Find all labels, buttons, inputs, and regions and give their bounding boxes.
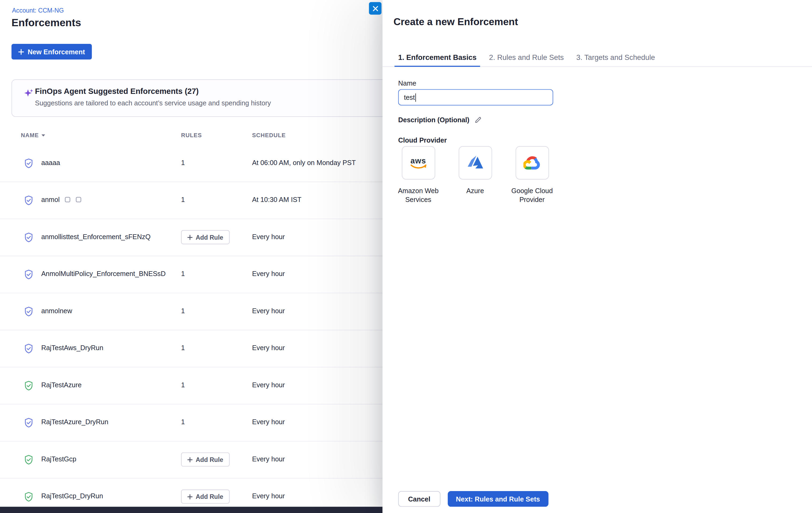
schedule-text: At 06:00 AM, only on Monday PST xyxy=(252,159,356,166)
schedule-text: Every hour xyxy=(252,233,285,240)
plus-icon xyxy=(187,457,193,462)
shield-check-icon xyxy=(23,269,34,280)
rules-count: 1 xyxy=(181,196,185,203)
drawer-tab-3[interactable]: 3. Targets and Schedule xyxy=(573,48,659,66)
cloud-provider-option-gcp[interactable]: Google Cloud Provider xyxy=(503,146,560,204)
row-name-cell: anmolnew xyxy=(41,307,72,315)
plus-icon xyxy=(187,494,193,500)
enforcement-name: RajTestAzure xyxy=(41,381,82,389)
name-input[interactable]: test xyxy=(398,89,553,105)
row-name-cell: anmol xyxy=(41,196,82,203)
row-name-cell: RajTestGcp xyxy=(41,455,76,463)
sort-arrow-icon xyxy=(41,134,46,136)
shield-check-icon xyxy=(23,343,34,354)
new-enforcement-label: New Enforcement xyxy=(28,48,85,56)
pencil-icon xyxy=(474,116,482,123)
suggestions-card-title: FinOps Agent Suggested Enforcements (27) xyxy=(35,87,199,95)
name-input-value: test xyxy=(404,93,415,101)
aws-logo-icon: aws xyxy=(410,156,427,169)
enforcement-name: RajTestGcp xyxy=(41,455,76,463)
drawer-tab-1[interactable]: 1. Enforcement Basics xyxy=(395,48,480,66)
drawer-tab-2[interactable]: 2. Rules and Rule Sets xyxy=(486,48,568,66)
app-canvas: Account: CCM-NG Enforcements New Enforce… xyxy=(0,0,812,513)
provider-card[interactable] xyxy=(458,146,492,179)
drawer-footer: Cancel Next: Rules and Rule Sets xyxy=(398,491,548,507)
schedule-text: Every hour xyxy=(252,418,285,426)
add-rule-button[interactable]: Add Rule xyxy=(181,489,230,504)
schedule-text: Every hour xyxy=(252,270,285,278)
enforcement-name: RajTestAzure_DryRun xyxy=(41,418,108,426)
row-name-cell: AnmolMultiPolicy_Enforcement_BNESsD xyxy=(41,270,166,278)
row-name-cell: RajTestAws_DryRun xyxy=(41,344,103,352)
add-rule-button[interactable]: Add Rule xyxy=(181,230,230,244)
schedule-text: Every hour xyxy=(252,381,285,389)
enforcement-name: anmolnew xyxy=(41,307,72,315)
plus-icon xyxy=(18,49,24,54)
provider-card[interactable] xyxy=(515,146,549,179)
rules-count: 1 xyxy=(181,418,185,426)
aws-logo-text: aws xyxy=(410,156,426,164)
shield-check-icon xyxy=(23,232,34,243)
bottom-dark-strip xyxy=(0,507,382,513)
new-enforcement-button[interactable]: New Enforcement xyxy=(11,44,92,60)
rules-count: 1 xyxy=(181,159,185,166)
add-rule-label: Add Rule xyxy=(196,493,223,500)
schedule-text: Every hour xyxy=(252,455,285,463)
cancel-button[interactable]: Cancel xyxy=(398,491,440,507)
column-header-schedule[interactable]: SCHEDULE xyxy=(252,132,286,138)
page-title: Enforcements xyxy=(11,17,81,29)
next-button[interactable]: Next: Rules and Rule Sets xyxy=(447,491,548,507)
provider-label: Google Cloud Provider xyxy=(506,187,558,205)
edit-description-button[interactable] xyxy=(474,116,482,123)
shield-check-icon xyxy=(23,158,34,169)
azure-logo-icon xyxy=(466,155,484,170)
rules-count: 1 xyxy=(181,344,185,352)
row-name-cell: RajTestAzure xyxy=(41,381,82,389)
cloud-provider-option-azure[interactable]: Azure xyxy=(447,146,503,204)
rules-count: 1 xyxy=(181,270,185,278)
enforcement-name: aaaaa xyxy=(41,159,60,166)
create-enforcement-drawer: Create a new Enforcement 1. Enforcement … xyxy=(382,0,812,513)
close-drawer-button[interactable] xyxy=(369,2,381,15)
table-header: NAME RULES SCHEDULE xyxy=(0,128,382,144)
enforcement-name: anmollisttest_Enforcement_sFENzQ xyxy=(41,233,151,240)
shield-check-icon xyxy=(23,454,34,466)
description-label: Description (Optional) xyxy=(398,116,469,123)
cloud-provider-options: aws Amazon Web Services Azure xyxy=(390,146,560,204)
shield-check-icon xyxy=(23,306,34,317)
text-caret xyxy=(415,93,416,102)
cloud-provider-option-aws[interactable]: aws Amazon Web Services xyxy=(390,146,447,204)
shield-check-icon xyxy=(23,491,34,503)
row-name-cell: anmollisttest_Enforcement_sFENzQ xyxy=(41,233,151,240)
provider-card[interactable]: aws xyxy=(402,146,435,179)
description-row: Description (Optional) xyxy=(398,116,482,123)
tag-icon xyxy=(65,197,70,202)
enforcement-name: anmol xyxy=(41,196,60,203)
sparkle-icon xyxy=(24,88,34,99)
row-extra-icons xyxy=(65,197,82,202)
enforcement-name: RajTestAws_DryRun xyxy=(41,344,103,352)
drawer-title: Create a new Enforcement xyxy=(394,16,518,28)
row-name-cell: RajTestAzure_DryRun xyxy=(41,418,108,426)
close-icon xyxy=(372,5,378,11)
schedule-text: Every hour xyxy=(252,307,285,315)
provider-label: Amazon Web Services xyxy=(392,187,444,205)
row-name-cell: RajTestGcp_DryRun xyxy=(41,492,103,500)
plus-icon xyxy=(187,234,193,240)
add-rule-label: Add Rule xyxy=(196,456,223,463)
add-rule-button[interactable]: Add Rule xyxy=(181,453,230,467)
cloud-provider-label: Cloud Provider xyxy=(398,136,447,144)
enforcement-name: RajTestGcp_DryRun xyxy=(41,492,103,500)
schedule-text: Every hour xyxy=(252,492,285,500)
copy-icon xyxy=(76,197,82,202)
drawer-tabs: 1. Enforcement Basics2. Rules and Rule S… xyxy=(382,48,812,67)
schedule-text: Every hour xyxy=(252,344,285,352)
gcp-logo-icon xyxy=(523,156,541,170)
column-header-rules[interactable]: RULES xyxy=(181,132,202,138)
name-field-label: Name xyxy=(398,80,416,87)
shield-check-icon xyxy=(23,195,34,206)
column-header-name[interactable]: NAME xyxy=(21,132,46,138)
breadcrumb-account-link[interactable]: Account: CCM-NG xyxy=(12,7,64,14)
rules-count: 1 xyxy=(181,307,185,315)
schedule-text: At 10:30 AM IST xyxy=(252,196,301,203)
